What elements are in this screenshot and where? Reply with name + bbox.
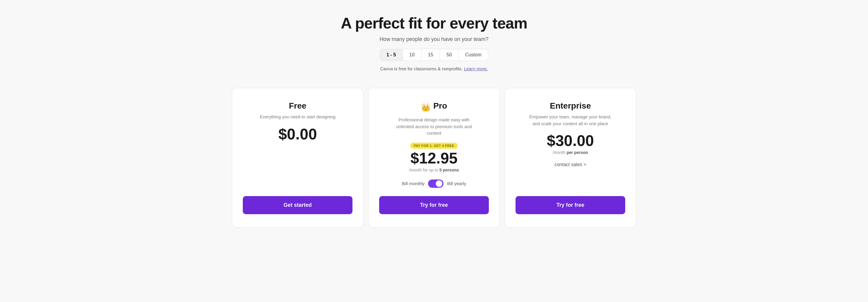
plan-card-free: Free Everything you need to start design… xyxy=(232,88,364,228)
bill-monthly-label: Bill monthly xyxy=(402,181,425,186)
plans-container: Free Everything you need to start design… xyxy=(229,88,639,228)
contact-sales-link[interactable]: contact sales > xyxy=(554,162,586,167)
team-size-btn-custom[interactable]: Custom xyxy=(459,49,488,61)
team-size-question: How many people do you have on your team… xyxy=(341,36,527,42)
toggle-slider xyxy=(428,179,443,188)
nonprofit-note: Canva is free for classrooms & nonprofit… xyxy=(341,66,527,71)
enterprise-plan-name: Enterprise xyxy=(550,101,591,111)
enterprise-plan-price-note: /month per person xyxy=(553,150,588,155)
team-size-btn-15[interactable]: 15 xyxy=(422,49,440,61)
page-title: A perfect fit for every team xyxy=(341,14,527,32)
pro-plan-cta[interactable]: Try for free xyxy=(379,196,489,214)
team-size-btn-10[interactable]: 10 xyxy=(403,49,422,61)
page-header: A perfect fit for every team How many pe… xyxy=(341,14,527,71)
team-size-selector[interactable]: 1 - 5 10 15 50 Custom xyxy=(380,49,489,61)
nonprofit-learn-more-link[interactable]: Learn more. xyxy=(464,66,488,71)
pro-plan-price: $12.95 xyxy=(410,150,458,166)
plan-card-enterprise: Enterprise Empower your team, manage you… xyxy=(504,88,636,228)
bill-yearly-label: Bill yearly xyxy=(447,181,466,186)
team-size-btn-1-5[interactable]: 1 - 5 xyxy=(380,49,403,61)
pro-plan-name-row: 👑 Pro xyxy=(421,101,447,114)
free-plan-price: $0.00 xyxy=(278,126,317,142)
free-plan-description: Everything you need to start designing xyxy=(260,114,335,120)
pro-plan-description: Professional design made easy with unlim… xyxy=(393,117,475,137)
billing-toggle[interactable] xyxy=(428,179,443,188)
enterprise-plan-description: Empower your team, manage your brand, an… xyxy=(529,114,612,127)
free-plan-cta[interactable]: Get started xyxy=(243,196,352,214)
free-plan-name: Free xyxy=(289,101,306,111)
enterprise-plan-cta[interactable]: Try for free xyxy=(516,196,625,214)
plan-card-pro: 👑 Pro Professional design made easy with… xyxy=(368,88,500,228)
pro-plan-price-note: /month for up to 5 persons xyxy=(409,168,459,172)
enterprise-plan-price: $30.00 xyxy=(547,133,594,148)
team-size-btn-50[interactable]: 50 xyxy=(440,49,459,61)
pro-plan-name: Pro xyxy=(433,101,447,111)
billing-toggle-row: Bill monthly Bill yearly xyxy=(402,179,466,188)
pro-plan-badge: PAY FOR 1, GET 4 FREE xyxy=(410,143,458,149)
pro-crown-icon: 👑 xyxy=(421,103,430,112)
